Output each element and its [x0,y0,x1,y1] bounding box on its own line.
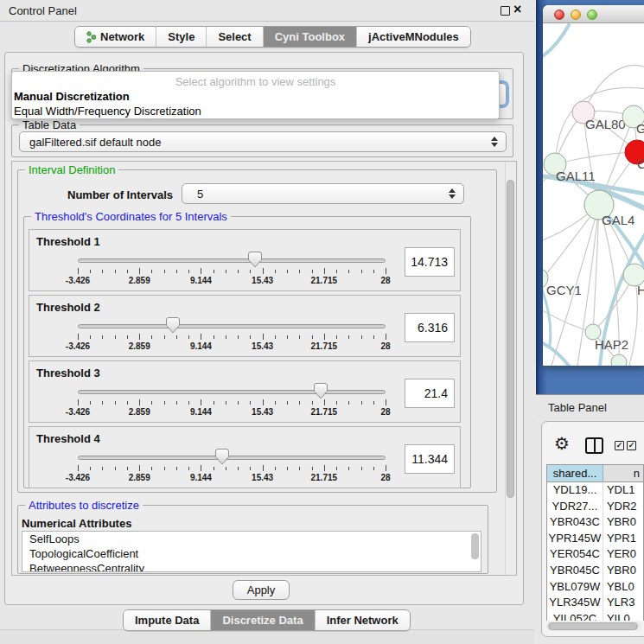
number-of-intervals-combobox[interactable]: 5 [182,183,464,204]
slider-tick [226,270,226,273]
cell-name: YBL0 [603,579,643,596]
threshold-panel: Threshold 4-3.4262.8599.14415.4321.71528… [29,426,461,488]
slider-thumb[interactable] [166,317,180,334]
slider-tick [139,399,140,405]
slider-tick [386,399,386,405]
slider-tick [299,270,300,273]
slider-tick [127,335,128,339]
slider-tick-label: 2.859 [129,276,150,285]
tab-label: Style [168,30,194,43]
threshold-value-field[interactable]: 21.4 [405,379,455,408]
table-header-row: shared... n [547,465,643,482]
slider-tick [373,335,374,339]
table-row[interactable]: YIL052CYIL0 [547,611,643,621]
slider-track[interactable] [78,324,386,328]
slider-tick [238,335,239,339]
slider-tick [250,401,251,405]
slider-tick [287,401,288,405]
tab-jactivemnodules[interactable]: jActiveMNodules [357,27,470,47]
slider-tick [299,401,300,405]
table-row[interactable]: YBR043CYBR0 [547,514,643,531]
table-row[interactable]: YBR045CYBR0 [547,563,643,579]
threshold-value-field[interactable]: 11.344 [405,444,455,474]
close-icon[interactable]: × [513,2,521,17]
algorithm-option[interactable]: Manual Discretization [14,90,481,103]
cell-shared-name: YBR043C [547,514,603,531]
network-canvas[interactable]: GAL80GACGAL11GAL4GCY1HHAP2 [543,23,644,366]
float-window-icon[interactable] [501,6,510,16]
list-item[interactable]: BetweennessCentrality [22,561,481,572]
checkbox-icon[interactable]: ✓ [627,441,636,450]
cell-shared-name: YBR045C [547,563,603,579]
column-browser-icon[interactable] [585,437,603,454]
network-node-label: GA [636,121,644,136]
apply-button[interactable]: Apply [233,580,290,600]
threshold-value-field[interactable]: 14.713 [405,247,455,277]
table-row[interactable]: YER054CYER0 [547,546,643,563]
minimize-traffic-light-icon[interactable] [571,10,581,20]
tab-infer-network[interactable]: Infer Network [316,610,410,630]
slider-tick [115,270,116,273]
table-row[interactable]: YDL19...YDL1 [547,482,643,499]
cell-name: YBR0 [603,514,643,531]
combo-arrows-icon [491,137,498,147]
slider-thumb[interactable] [314,383,328,399]
algorithm-dropdown-popup: Select algorithm to view settings Manual… [11,71,500,119]
tab-discretize-data[interactable]: Discretize Data [211,610,315,630]
gear-icon[interactable]: ⚙ [554,433,570,454]
close-traffic-light-icon[interactable] [554,10,564,20]
list-item[interactable]: SelfLoops [22,532,481,546]
slider-tick [386,465,386,471]
slider-tick [188,270,189,273]
cyni-mode-tabs: Impute DataDiscretize DataInfer Network [123,609,411,631]
tab-network[interactable]: Network [75,27,156,47]
checkbox-icon[interactable]: ✓ [615,441,624,450]
list-scrollbar-thumb[interactable] [471,533,479,559]
tab-style[interactable]: Style [156,27,207,47]
algorithm-option[interactable]: Equal Width/Frequency Discretization [14,105,481,118]
slider-tick [139,465,140,471]
table-row[interactable]: YBL079WYBL0 [547,579,643,596]
network-node[interactable] [611,354,627,366]
slider-tick [361,335,362,339]
column-header-name[interactable]: n [603,465,643,482]
tab-label: Discretize Data [222,614,303,627]
table-row[interactable]: YLR345WYLR3 [547,595,643,611]
network-node-label: GAL4 [602,213,634,227]
tab-cyni-toolbox[interactable]: Cyni Toolbox [264,27,357,47]
table-data-value: galFiltered.sif default node [20,136,506,149]
slider-thumb[interactable] [215,449,229,465]
slider-thumb[interactable] [248,252,262,268]
table-row[interactable]: YPR145WYPR1 [547,531,643,547]
slider-tick [361,467,362,470]
slider-track[interactable] [78,390,386,394]
list-item[interactable]: TopologicalCoefficient [22,546,481,561]
cell-name: YBR0 [603,563,643,579]
slider-tick [287,270,288,273]
column-header-shared[interactable]: shared... [547,465,603,482]
table-data-combobox[interactable]: galFiltered.sif default node [19,131,507,152]
horizontal-scrollbar-track[interactable] [546,622,641,631]
horizontal-scrollbar-thumb[interactable] [548,622,638,630]
algorithm-placeholder: Select algorithm to view settings [12,75,499,88]
threshold-value-field[interactable]: 6.316 [405,313,455,342]
slider-track[interactable] [78,456,386,460]
slider-track[interactable] [78,258,386,263]
slider-tick-label: -3.426 [66,276,90,285]
tab-impute-data[interactable]: Impute Data [124,610,211,630]
tab-select[interactable]: Select [207,27,263,47]
slider-tick [151,335,152,339]
zoom-traffic-light-icon[interactable] [587,10,597,20]
tab-label: Infer Network [327,614,399,627]
cell-shared-name: YER054C [547,546,603,563]
slider-tick [226,401,226,405]
slider-tick [102,335,103,339]
table-row[interactable]: YDR27...YDR2 [547,499,643,515]
slider-tick [164,335,165,339]
slider-tick-label: 21.715 [311,341,338,351]
network-node-label: C [637,156,644,171]
vertical-scrollbar-thumb[interactable] [507,180,514,498]
slider-tick-label: 15.43 [252,407,273,417]
slider-tick-label: 15.43 [252,341,273,351]
slider-tick [312,335,313,339]
